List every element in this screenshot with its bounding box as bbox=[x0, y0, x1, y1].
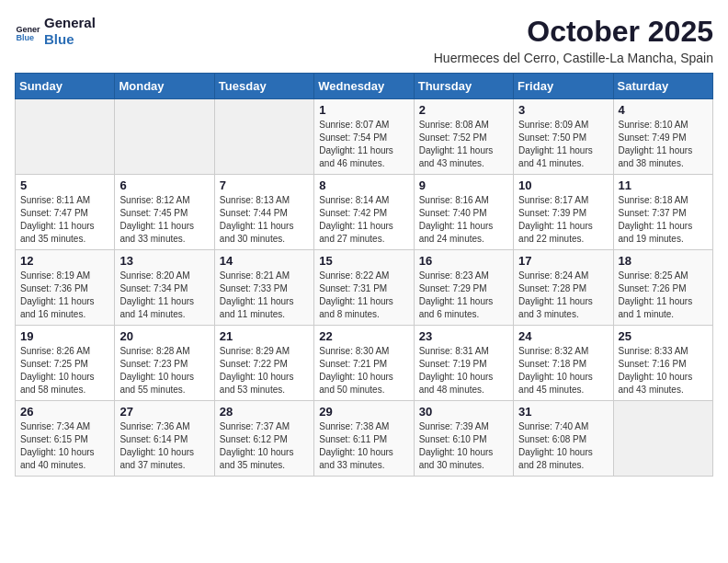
calendar-cell: 23Sunrise: 8:31 AM Sunset: 7:19 PM Dayli… bbox=[414, 326, 513, 401]
day-number: 16 bbox=[419, 254, 508, 268]
page-header: General Blue General Blue October 2025 H… bbox=[15, 15, 713, 65]
weekday-header-saturday: Saturday bbox=[613, 74, 712, 99]
calendar-cell bbox=[16, 99, 115, 175]
day-info: Sunrise: 7:40 AM Sunset: 6:08 PM Dayligh… bbox=[518, 420, 608, 472]
day-info: Sunrise: 8:26 AM Sunset: 7:25 PM Dayligh… bbox=[20, 345, 109, 396]
title-block: October 2025 Huermeces del Cerro, Castil… bbox=[434, 15, 713, 65]
day-info: Sunrise: 8:11 AM Sunset: 7:47 PM Dayligh… bbox=[20, 194, 109, 246]
logo-general: General bbox=[44, 15, 96, 31]
day-info: Sunrise: 8:24 AM Sunset: 7:28 PM Dayligh… bbox=[518, 270, 608, 321]
calendar-cell: 22Sunrise: 8:30 AM Sunset: 7:21 PM Dayli… bbox=[314, 326, 414, 401]
day-info: Sunrise: 8:19 AM Sunset: 7:36 PM Dayligh… bbox=[20, 270, 109, 321]
calendar-cell: 20Sunrise: 8:28 AM Sunset: 7:23 PM Dayli… bbox=[115, 326, 214, 401]
day-number: 11 bbox=[619, 178, 708, 192]
week-row-4: 26Sunrise: 7:34 AM Sunset: 6:15 PM Dayli… bbox=[16, 401, 713, 477]
calendar-cell bbox=[214, 99, 313, 175]
day-number: 3 bbox=[518, 103, 608, 117]
day-number: 10 bbox=[518, 178, 608, 192]
day-number: 7 bbox=[220, 178, 309, 192]
calendar-cell: 29Sunrise: 7:38 AM Sunset: 6:11 PM Dayli… bbox=[314, 401, 414, 477]
day-number: 12 bbox=[20, 254, 109, 268]
day-info: Sunrise: 8:29 AM Sunset: 7:22 PM Dayligh… bbox=[220, 345, 309, 396]
day-number: 17 bbox=[518, 254, 608, 268]
day-info: Sunrise: 8:10 AM Sunset: 7:49 PM Dayligh… bbox=[619, 119, 708, 170]
day-number: 30 bbox=[419, 405, 508, 419]
day-info: Sunrise: 8:14 AM Sunset: 7:42 PM Dayligh… bbox=[319, 194, 408, 246]
day-number: 22 bbox=[319, 329, 408, 343]
day-number: 9 bbox=[419, 178, 508, 192]
calendar-cell: 3Sunrise: 8:09 AM Sunset: 7:50 PM Daylig… bbox=[514, 99, 613, 175]
month-title: October 2025 bbox=[434, 15, 713, 49]
week-row-2: 12Sunrise: 8:19 AM Sunset: 7:36 PM Dayli… bbox=[16, 250, 713, 326]
calendar-cell: 13Sunrise: 8:20 AM Sunset: 7:34 PM Dayli… bbox=[115, 250, 214, 326]
weekday-header-sunday: Sunday bbox=[16, 74, 115, 99]
calendar-cell: 8Sunrise: 8:14 AM Sunset: 7:42 PM Daylig… bbox=[314, 175, 414, 250]
day-number: 25 bbox=[619, 329, 708, 343]
weekday-header-monday: Monday bbox=[115, 74, 214, 99]
calendar-cell: 26Sunrise: 7:34 AM Sunset: 6:15 PM Dayli… bbox=[16, 401, 115, 477]
logo-icon: General Blue bbox=[15, 18, 40, 44]
day-number: 5 bbox=[20, 178, 109, 192]
logo-blue: Blue bbox=[44, 31, 96, 48]
location-subtitle: Huermeces del Cerro, Castille-La Mancha,… bbox=[434, 51, 713, 65]
calendar-table: SundayMondayTuesdayWednesdayThursdayFrid… bbox=[15, 73, 713, 477]
day-info: Sunrise: 8:33 AM Sunset: 7:16 PM Dayligh… bbox=[619, 345, 708, 396]
day-number: 31 bbox=[518, 405, 608, 419]
weekday-header-row: SundayMondayTuesdayWednesdayThursdayFrid… bbox=[16, 74, 713, 99]
calendar-cell: 17Sunrise: 8:24 AM Sunset: 7:28 PM Dayli… bbox=[514, 250, 613, 326]
calendar-cell: 11Sunrise: 8:18 AM Sunset: 7:37 PM Dayli… bbox=[613, 175, 712, 250]
day-number: 21 bbox=[220, 329, 309, 343]
calendar-cell: 14Sunrise: 8:21 AM Sunset: 7:33 PM Dayli… bbox=[214, 250, 313, 326]
calendar-cell: 2Sunrise: 8:08 AM Sunset: 7:52 PM Daylig… bbox=[414, 99, 513, 175]
day-info: Sunrise: 8:31 AM Sunset: 7:19 PM Dayligh… bbox=[419, 345, 508, 396]
day-number: 19 bbox=[20, 329, 109, 343]
day-info: Sunrise: 8:13 AM Sunset: 7:44 PM Dayligh… bbox=[220, 194, 309, 246]
calendar-cell: 27Sunrise: 7:36 AM Sunset: 6:14 PM Dayli… bbox=[115, 401, 214, 477]
day-number: 13 bbox=[119, 254, 209, 268]
calendar-cell: 9Sunrise: 8:16 AM Sunset: 7:40 PM Daylig… bbox=[414, 175, 513, 250]
calendar-cell bbox=[115, 99, 214, 175]
calendar-cell: 12Sunrise: 8:19 AM Sunset: 7:36 PM Dayli… bbox=[16, 250, 115, 326]
weekday-header-wednesday: Wednesday bbox=[314, 74, 414, 99]
day-info: Sunrise: 8:23 AM Sunset: 7:29 PM Dayligh… bbox=[419, 270, 508, 321]
calendar-body: 1Sunrise: 8:07 AM Sunset: 7:54 PM Daylig… bbox=[16, 99, 713, 477]
calendar-cell: 25Sunrise: 8:33 AM Sunset: 7:16 PM Dayli… bbox=[613, 326, 712, 401]
logo: General Blue General Blue bbox=[15, 15, 96, 48]
day-info: Sunrise: 8:32 AM Sunset: 7:18 PM Dayligh… bbox=[518, 345, 608, 396]
day-number: 24 bbox=[518, 329, 608, 343]
day-info: Sunrise: 8:17 AM Sunset: 7:39 PM Dayligh… bbox=[518, 194, 608, 246]
day-info: Sunrise: 8:12 AM Sunset: 7:45 PM Dayligh… bbox=[119, 194, 209, 246]
calendar-cell: 6Sunrise: 8:12 AM Sunset: 7:45 PM Daylig… bbox=[115, 175, 214, 250]
day-info: Sunrise: 8:30 AM Sunset: 7:21 PM Dayligh… bbox=[319, 345, 408, 396]
week-row-3: 19Sunrise: 8:26 AM Sunset: 7:25 PM Dayli… bbox=[16, 326, 713, 401]
calendar-cell: 30Sunrise: 7:39 AM Sunset: 6:10 PM Dayli… bbox=[414, 401, 513, 477]
day-number: 14 bbox=[220, 254, 309, 268]
day-number: 23 bbox=[419, 329, 508, 343]
day-info: Sunrise: 7:38 AM Sunset: 6:11 PM Dayligh… bbox=[319, 420, 408, 472]
day-info: Sunrise: 8:22 AM Sunset: 7:31 PM Dayligh… bbox=[319, 270, 408, 321]
svg-text:Blue: Blue bbox=[16, 33, 34, 42]
calendar-cell: 15Sunrise: 8:22 AM Sunset: 7:31 PM Dayli… bbox=[314, 250, 414, 326]
weekday-header-thursday: Thursday bbox=[414, 74, 513, 99]
day-number: 18 bbox=[619, 254, 708, 268]
day-number: 29 bbox=[319, 405, 408, 419]
day-info: Sunrise: 8:21 AM Sunset: 7:33 PM Dayligh… bbox=[220, 270, 309, 321]
week-row-1: 5Sunrise: 8:11 AM Sunset: 7:47 PM Daylig… bbox=[16, 175, 713, 250]
day-info: Sunrise: 8:08 AM Sunset: 7:52 PM Dayligh… bbox=[419, 119, 508, 170]
day-number: 28 bbox=[220, 405, 309, 419]
day-info: Sunrise: 7:36 AM Sunset: 6:14 PM Dayligh… bbox=[119, 420, 209, 472]
calendar-cell: 28Sunrise: 7:37 AM Sunset: 6:12 PM Dayli… bbox=[214, 401, 313, 477]
day-info: Sunrise: 8:16 AM Sunset: 7:40 PM Dayligh… bbox=[419, 194, 508, 246]
day-info: Sunrise: 7:37 AM Sunset: 6:12 PM Dayligh… bbox=[220, 420, 309, 472]
day-number: 20 bbox=[119, 329, 209, 343]
calendar-cell: 31Sunrise: 7:40 AM Sunset: 6:08 PM Dayli… bbox=[514, 401, 613, 477]
day-info: Sunrise: 7:34 AM Sunset: 6:15 PM Dayligh… bbox=[20, 420, 109, 472]
day-info: Sunrise: 8:20 AM Sunset: 7:34 PM Dayligh… bbox=[119, 270, 209, 321]
day-number: 26 bbox=[20, 405, 109, 419]
day-info: Sunrise: 8:09 AM Sunset: 7:50 PM Dayligh… bbox=[518, 119, 608, 170]
calendar-cell: 10Sunrise: 8:17 AM Sunset: 7:39 PM Dayli… bbox=[514, 175, 613, 250]
calendar-cell bbox=[613, 401, 712, 477]
weekday-header-friday: Friday bbox=[514, 74, 613, 99]
calendar-cell: 4Sunrise: 8:10 AM Sunset: 7:49 PM Daylig… bbox=[613, 99, 712, 175]
day-number: 8 bbox=[319, 178, 408, 192]
